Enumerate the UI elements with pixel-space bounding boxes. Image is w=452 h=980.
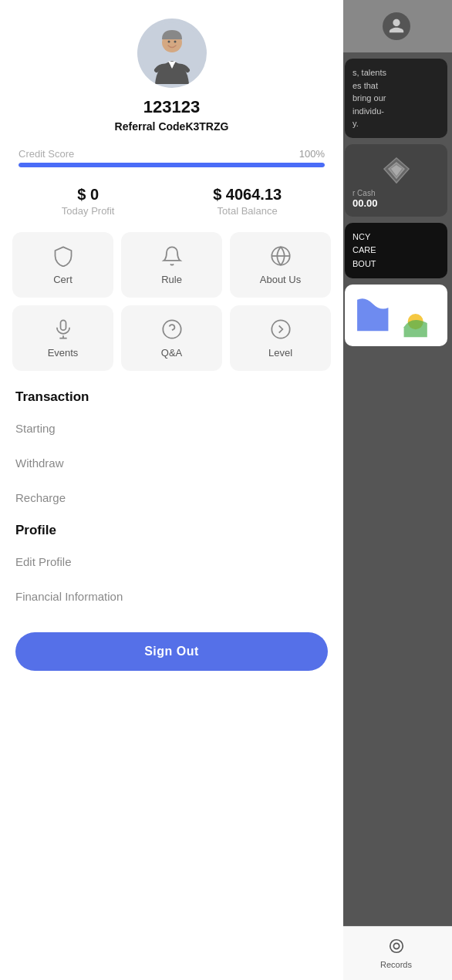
bottom-nav: Records xyxy=(340,926,452,980)
cert-label: Cert xyxy=(53,274,73,285)
right-card-1-line4: individu- xyxy=(352,105,440,118)
svg-point-11 xyxy=(272,320,289,338)
avatar-image xyxy=(141,22,203,84)
mic-icon xyxy=(52,318,75,341)
profile-menu-section: Profile Edit Profile Financial Informati… xyxy=(0,523,343,614)
financial-info-item[interactable]: Financial Information xyxy=(0,579,343,614)
right-card-2: r Cash 00.00 xyxy=(345,144,447,217)
level-label: Level xyxy=(268,347,292,359)
events-button[interactable]: Events xyxy=(12,305,113,371)
rule-button[interactable]: Rule xyxy=(121,232,222,298)
svg-point-17 xyxy=(390,940,403,953)
svg-point-18 xyxy=(393,943,399,948)
profile-menu-title: Profile xyxy=(0,523,343,544)
rule-label: Rule xyxy=(161,274,182,285)
about-us-label: About Us xyxy=(260,274,301,285)
referral-code: Referral CodeK3TRZG xyxy=(115,120,229,133)
total-balance-stat: $ 4064.13 Total Balance xyxy=(213,186,282,217)
records-label: Records xyxy=(380,960,412,969)
globe-icon xyxy=(269,244,292,268)
edit-profile-item[interactable]: Edit Profile xyxy=(0,544,343,579)
qna-label: Q&A xyxy=(161,347,182,359)
today-profit-value: $ 0 xyxy=(62,186,115,204)
user-id: 123123 xyxy=(143,97,200,117)
signout-section: Sign Out xyxy=(0,614,343,695)
right-top-bar xyxy=(340,0,452,52)
right-card-1-line5: y. xyxy=(352,117,440,130)
main-panel: 123123 Referral CodeK3TRZG Credit Score … xyxy=(0,0,343,980)
transaction-title: Transaction xyxy=(0,389,343,411)
credit-bar-background xyxy=(19,163,325,167)
right-user-icon xyxy=(383,12,410,40)
credit-section: Credit Score 100% xyxy=(0,142,343,180)
credit-score-label: Credit Score xyxy=(19,148,74,160)
credit-percent: 100% xyxy=(299,148,325,160)
section-gap xyxy=(0,515,343,523)
person-icon xyxy=(388,18,405,35)
svg-rect-6 xyxy=(60,320,66,330)
avatar xyxy=(137,19,207,88)
right-card-1: s, talents es that bring our individu- y… xyxy=(345,59,447,138)
today-profit-stat: $ 0 Today Profit xyxy=(62,186,115,217)
withdraw-item[interactable]: Withdraw xyxy=(0,446,343,480)
total-balance-label: Total Balance xyxy=(213,205,282,217)
svg-point-9 xyxy=(163,320,180,338)
records-icon xyxy=(388,938,405,958)
cash-label: r Cash xyxy=(352,189,440,197)
right-panel: s, talents es that bring our individu- y… xyxy=(340,0,452,980)
today-profit-label: Today Profit xyxy=(62,205,115,217)
svg-point-3 xyxy=(174,41,176,43)
chevron-right-circle-icon xyxy=(269,318,292,341)
right-card-1-line3: bring our xyxy=(352,92,440,105)
help-circle-icon xyxy=(160,318,184,341)
right-card-3-line1: NCY xyxy=(352,231,440,244)
cash-amount: 00.00 xyxy=(352,197,440,209)
cert-button[interactable]: Cert xyxy=(12,232,113,298)
level-button[interactable]: Level xyxy=(230,305,331,371)
diamond-icon xyxy=(381,155,412,186)
transaction-section: Transaction Starting Withdraw Recharge xyxy=(0,389,343,515)
profile-section: 123123 Referral CodeK3TRZG xyxy=(0,0,343,142)
right-card-3: NCY CARE BOUT xyxy=(345,223,447,279)
bell-icon xyxy=(160,244,184,268)
recharge-item[interactable]: Recharge xyxy=(0,480,343,515)
right-card-3-line2: CARE xyxy=(352,244,440,258)
right-card-1-line2: es that xyxy=(352,79,440,93)
about-us-button[interactable]: About Us xyxy=(230,232,331,298)
signout-button[interactable]: Sign Out xyxy=(15,632,328,671)
mini-chart-svg xyxy=(349,289,443,342)
qna-button[interactable]: Q&A xyxy=(121,305,222,371)
grid-section: Cert Rule About Us Events xyxy=(0,232,343,389)
right-card-1-line1: s, talents xyxy=(352,66,440,79)
stats-section: $ 0 Today Profit $ 4064.13 Total Balance xyxy=(0,180,343,232)
right-card-chart xyxy=(345,285,447,346)
referral-code-value: K3TRZG xyxy=(185,120,228,133)
svg-point-2 xyxy=(167,41,170,43)
credit-bar-fill xyxy=(19,163,325,167)
total-balance-value: $ 4064.13 xyxy=(213,186,282,204)
right-card-3-line3: BOUT xyxy=(352,258,440,271)
shield-icon xyxy=(52,244,75,268)
events-label: Events xyxy=(48,347,79,359)
starting-item[interactable]: Starting xyxy=(0,411,343,446)
